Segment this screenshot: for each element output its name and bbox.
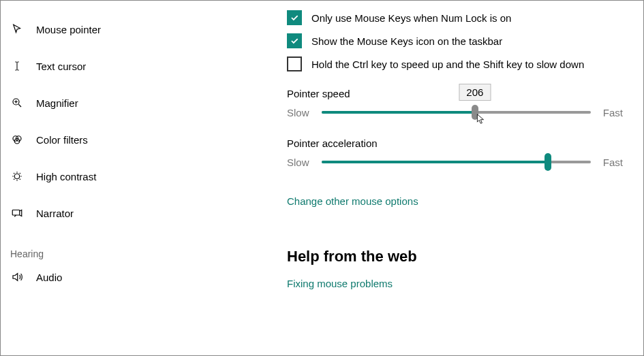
pointer-accel-label: Pointer acceleration (287, 137, 623, 149)
checkbox-numlock[interactable]: Only use Mouse Keys when Num Lock is on (287, 10, 623, 25)
slow-label: Slow (287, 107, 309, 118)
sidebar-item-mouse-pointer[interactable]: Mouse pointer (1, 13, 264, 46)
sidebar-item-narrator[interactable]: Narrator (1, 197, 264, 229)
sidebar-item-label: Audio (36, 272, 62, 283)
change-mouse-options-link[interactable]: Change other mouse options (287, 195, 418, 207)
sidebar: Mouse pointer Text cursor Magnifier Colo… (1, 1, 265, 355)
pointer-accel-slider[interactable] (322, 153, 591, 171)
fast-label: Fast (603, 107, 623, 118)
sidebar-item-text-cursor[interactable]: Text cursor (1, 50, 264, 82)
sidebar-item-label: Text cursor (36, 61, 86, 72)
checkbox-label: Hold the Ctrl key to speed up and the Sh… (311, 59, 584, 70)
checkbox-label: Only use Mouse Keys when Num Lock is on (311, 12, 511, 24)
slider-tooltip: 206 (459, 84, 491, 101)
pointer-speed-label: Pointer speed (287, 88, 623, 99)
high-contrast-icon (10, 169, 24, 183)
sidebar-item-label: Narrator (36, 208, 74, 219)
text-cursor-icon (10, 59, 24, 73)
main-panel: Only use Mouse Keys when Num Lock is on … (265, 1, 643, 355)
sidebar-section-hearing: Hearing (1, 229, 264, 261)
sidebar-item-label: Color filters (36, 134, 88, 146)
color-filters-icon (10, 133, 24, 146)
checkbox-box[interactable] (287, 56, 302, 71)
fast-label: Fast (603, 157, 623, 168)
slider-thumb[interactable] (545, 153, 551, 171)
sidebar-item-color-filters[interactable]: Color filters (1, 123, 264, 156)
audio-icon (10, 270, 24, 284)
sidebar-item-magnifier[interactable]: Magnifier (1, 86, 264, 119)
mouse-pointer-icon (10, 22, 24, 36)
checkbox-box[interactable] (287, 33, 302, 48)
help-heading: Help from the web (287, 248, 623, 265)
sidebar-item-audio[interactable]: Audio (1, 261, 264, 293)
magnifier-icon (10, 96, 24, 110)
checkbox-label: Show the Mouse Keys icon on the taskbar (311, 35, 502, 47)
checkbox-ctrl-shift[interactable]: Hold the Ctrl key to speed up and the Sh… (287, 56, 623, 71)
svg-rect-5 (12, 210, 20, 216)
sidebar-item-high-contrast[interactable]: High contrast (1, 160, 264, 193)
narrator-icon (10, 206, 24, 220)
checkbox-box[interactable] (287, 10, 302, 25)
sidebar-item-label: Magnifier (36, 97, 78, 109)
fixing-mouse-link[interactable]: Fixing mouse problems (287, 278, 393, 289)
svg-point-4 (14, 174, 20, 179)
checkbox-taskbar-icon[interactable]: Show the Mouse Keys icon on the taskbar (287, 33, 623, 48)
slider-thumb[interactable] (472, 105, 478, 120)
sidebar-item-label: Mouse pointer (36, 24, 101, 35)
sidebar-item-label: High contrast (36, 171, 96, 182)
pointer-speed-slider[interactable]: 206 (322, 103, 591, 121)
slow-label: Slow (287, 157, 309, 168)
